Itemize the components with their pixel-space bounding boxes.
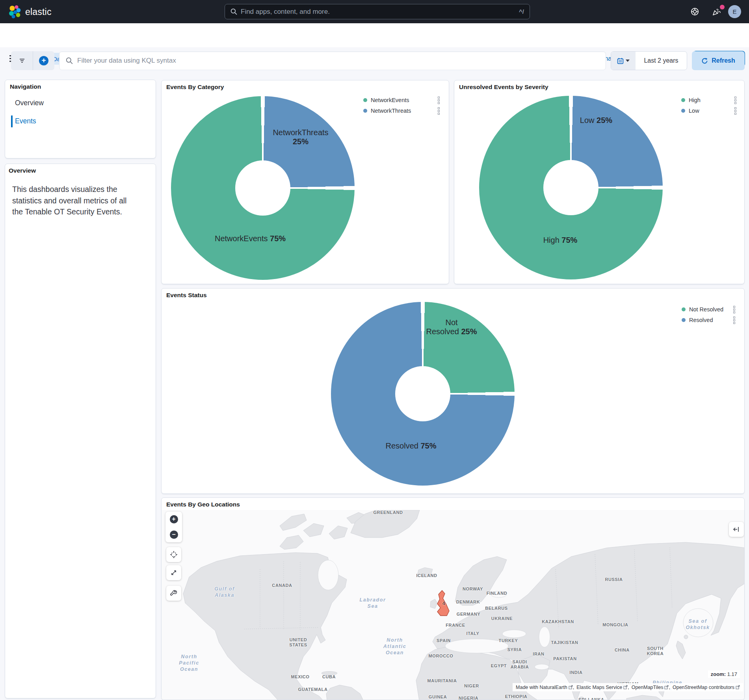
avatar[interactable]: E [728,5,741,18]
search-icon [230,8,237,15]
donut-slice-label: High 75% [543,236,578,245]
query-bar: + Filter your data using KQL syntax Last [0,47,749,80]
global-search-input[interactable]: Find apps, content, and more. ^/ [225,4,530,19]
map-label: SAUDI ARABIA [511,659,529,670]
events-by-category-panel[interactable]: Events By Category NetworkThreats 25%Net… [161,80,449,284]
map-label: MAURITANIA [427,678,457,683]
legend-actions-icon[interactable] [437,106,440,115]
map-label: IRAN [533,652,544,657]
chart-legend: High Low [681,97,737,114]
map-label: SYRIA [507,647,522,652]
elastic-logo[interactable]: elastic [9,5,52,19]
attribution-link[interactable]: OpenMapTiles [628,685,669,690]
donut-slice-label: NetworkEvents 75% [215,234,286,243]
time-range-value[interactable]: Last 2 years [636,52,687,70]
map-label: TAJIKISTAN [551,640,578,645]
donut-slice-label: Not Resolved 25% [426,318,477,336]
legend-label[interactable]: Low [689,108,734,114]
minus-icon: − [170,531,178,539]
legend-actions-icon[interactable] [732,316,736,325]
help-icon[interactable] [690,7,700,17]
map-label: SRI LANKA [578,697,604,700]
map-label: GUATEMALA [298,687,328,692]
active-item-bar [11,115,13,127]
chart-legend: Not Resolved Resolved [682,306,736,324]
map-label: Labrador Sea [360,597,386,609]
donut-hole [235,160,290,216]
map-label: MONGOLIA [602,622,628,627]
filter-icon[interactable] [11,51,33,70]
legend-label[interactable]: High [689,97,734,103]
map-attribution: Made with NaturalEarth Elastic Maps Serv… [513,683,743,691]
external-link-icon [569,685,573,689]
legend-label[interactable]: Resolved [689,317,732,323]
refresh-icon [701,58,708,64]
map-label: INDIA [570,670,583,675]
legend-actions-icon[interactable] [734,96,737,105]
map-label: MOROCCO [429,653,453,659]
legend-actions-icon[interactable] [734,106,737,115]
panel-title: Overview [9,167,36,174]
legend-label[interactable]: NetworkThreats [371,108,437,114]
kql-placeholder: Filter your data using KQL syntax [77,57,176,65]
unresolved-events-donut[interactable]: Low 25%High 75% [479,96,663,279]
map-label: North Atlantic Ocean [383,637,407,656]
legend-item: Not Resolved [682,306,736,313]
donut-slice-label: Low 25% [580,116,612,125]
legend-label[interactable]: NetworkEvents [371,97,437,103]
legend-item: Resolved [682,316,736,324]
donut-hole [395,366,450,421]
fit-to-data-button[interactable] [166,565,181,580]
overview-text: This dashboards visualizes the statistic… [12,184,152,218]
legend-dot [681,109,685,113]
legend-toggle-button[interactable] [729,522,744,537]
zoom-out-button[interactable]: − [165,527,182,542]
map-label: Gulf of Alaska [214,586,234,598]
kql-search-input[interactable]: Filter your data using KQL syntax [59,51,606,70]
map-label: KAZAKHSTAN [542,619,574,624]
legend-actions-icon[interactable] [437,96,440,105]
events-status-donut[interactable]: Not Resolved 25%Resolved 75% [331,302,515,486]
map-label: CHINA [615,648,630,653]
elastic-logo-icon [9,5,21,19]
events-status-panel[interactable]: Events Status Not Resolved 25%Resolved 7… [161,288,745,494]
panel-title: Events Status [166,292,207,299]
map-label: SPAIN [437,638,451,643]
attribution-link[interactable]: OpenStreetMap contributors [669,685,740,690]
breadcrumb-bar: D Dashboards [Tenable OT Security] Event… [0,23,749,47]
map-label: FINLAND [487,591,507,596]
legend-dot [363,98,367,102]
calendar-icon[interactable] [611,52,636,70]
world-map[interactable]: GREENLANDCANADAICELANDNORWAYFINLANDRUSSI… [162,510,745,700]
set-view-button[interactable] [166,547,181,562]
time-range-picker: Last 2 years [611,51,687,70]
unresolved-events-by-severity-panel[interactable]: Unresolved Events by Severity Low 25%Hig… [454,80,745,284]
external-link-icon [664,685,669,689]
sidebar-item-overview[interactable]: Overview [15,99,44,107]
map-label: UNITED STATES [289,637,307,648]
zoom-in-button[interactable]: + [165,512,182,527]
map-label: DENMARK [456,599,480,605]
app-header: elastic Find apps, content, and more. ^/ [0,0,749,23]
events-by-category-donut[interactable]: NetworkThreats 25%NetworkEvents 75% [171,96,355,280]
attribution-link[interactable]: Made with NaturalEarth [516,685,573,690]
attribution-link[interactable]: Elastic Maps Service [573,685,628,690]
map-tools-button[interactable] [166,586,181,601]
map-label: ICELAND [416,573,437,578]
map-label: SOUTH KOREA [647,646,664,656]
chevron-down-icon [626,60,630,62]
legend-label[interactable]: Not Resolved [689,306,732,313]
events-by-geo-locations-panel[interactable]: Events By Geo Locations [161,497,745,700]
add-filter-button[interactable]: + [33,51,54,70]
search-icon [66,57,73,64]
map-label: NIGERIA [459,696,478,700]
map-label: GUINEA [429,694,447,700]
map-label: North Pacific Ocean [179,653,199,672]
refresh-button[interactable]: Refresh [692,51,745,70]
news-feed-icon[interactable] [712,7,721,17]
sidebar-item-events[interactable]: Events [15,117,36,125]
panel-title: Navigation [10,83,41,90]
legend-actions-icon[interactable] [732,305,736,314]
plus-icon: + [39,56,48,65]
global-search-placeholder: Find apps, content, and more. [241,8,515,16]
